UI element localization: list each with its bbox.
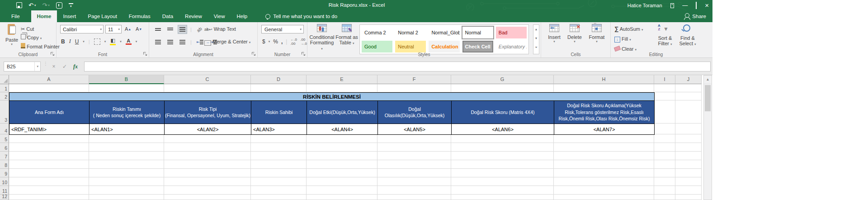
table-value-cell-F4[interactable]: <ALAN5> [378, 124, 452, 135]
grid-cell[interactable] [554, 160, 654, 169]
accounting-format-icon[interactable]: $ [262, 38, 265, 45]
grid-cell[interactable] [307, 186, 377, 195]
bottom-align-icon[interactable] [178, 25, 187, 33]
conditional-formatting-button[interactable]: ▮▮ ConditionalFormatting ▾ [309, 24, 335, 52]
grid-cell[interactable] [675, 195, 702, 200]
grid-cell[interactable] [451, 152, 554, 160]
find-select-button[interactable]: Find &Select ▾ [677, 24, 698, 47]
grid-cell[interactable] [377, 152, 451, 160]
grid-cell[interactable] [89, 195, 164, 200]
alignment-dialog-launcher-icon[interactable] [251, 52, 256, 56]
cell-style-normal-glob-[interactable]: Normal_Glob... [429, 27, 459, 38]
column-header-G[interactable]: G [451, 75, 554, 84]
orientation-icon[interactable]: ab [193, 24, 205, 35]
grid-cell[interactable] [251, 134, 307, 143]
grid-cell[interactable] [654, 169, 675, 177]
grid-cell[interactable] [89, 186, 164, 195]
paste-button[interactable]: Paste ▾ [4, 24, 20, 46]
grid-cell[interactable] [251, 84, 307, 92]
grid-cell[interactable] [654, 100, 675, 124]
tab-tell-me-what-you-want-to-do[interactable]: Tell me what you want to do [259, 10, 343, 22]
grow-font-icon[interactable]: A▲ [123, 25, 132, 33]
row-header-4[interactable]: 4 [0, 124, 9, 134]
table-header-cell-D3[interactable]: Riskin Sahibi [251, 101, 307, 124]
grid-cell[interactable] [89, 169, 164, 177]
row-header-8[interactable]: 8 [0, 160, 9, 169]
table-value-cell-B4[interactable]: <ALAN1> [90, 124, 165, 135]
grid-cell[interactable] [554, 169, 654, 177]
decrease-indent-icon[interactable]: ⇤ [195, 38, 205, 46]
grid-cell[interactable] [451, 134, 554, 143]
table-header-cell-G3[interactable]: Doğal Risk Skoru (Matris 4X4) [452, 101, 554, 124]
grid-cell[interactable] [675, 124, 702, 134]
wrap-text-button[interactable]: ab↩ Wrap Text [204, 26, 236, 32]
font-size-select[interactable]: 11▾ [105, 25, 122, 33]
font-color-icon[interactable]: A [126, 38, 132, 45]
name-box[interactable]: B25▾ [4, 62, 41, 71]
row-header-1[interactable]: 1 [0, 84, 9, 92]
bold-button[interactable]: B [61, 38, 65, 45]
tab-help[interactable]: Help [231, 10, 254, 22]
borders-icon[interactable] [94, 38, 100, 45]
grid-cell[interactable] [377, 177, 451, 186]
table-value-cell-A4[interactable]: <RDF_TANIMI> [9, 124, 90, 135]
comma-style-icon[interactable]: , [281, 38, 283, 45]
grid-cell[interactable] [377, 84, 451, 92]
grid-cell[interactable] [251, 186, 307, 195]
align-left-icon[interactable] [154, 38, 162, 46]
grid-cell[interactable] [675, 134, 702, 143]
grid-cell[interactable] [654, 186, 675, 195]
namebox-caret-icon[interactable]: ▾ [34, 62, 40, 71]
tab-page-layout[interactable]: Page Layout [82, 10, 123, 22]
underline-button[interactable]: U [75, 38, 79, 45]
grid-cell[interactable] [654, 152, 675, 160]
grid-cell[interactable] [675, 186, 702, 195]
grid-cell[interactable] [89, 160, 164, 169]
row-header-5[interactable]: 5 [0, 134, 9, 143]
row-header-7[interactable]: 7 [0, 152, 9, 160]
grid-cell[interactable] [554, 134, 654, 143]
grid-cell[interactable] [377, 195, 451, 200]
column-header-B[interactable]: B [89, 75, 164, 84]
underline-caret[interactable]: ▾ [83, 40, 85, 43]
format-painter-button[interactable]: Format Painter [21, 43, 60, 51]
grid-cell[interactable] [451, 169, 554, 177]
table-value-cell-D4[interactable]: <ALAN3> [251, 124, 307, 135]
grid-cell[interactable] [164, 169, 251, 177]
table-header-cell-C3[interactable]: Risk Tipi(Finansal, Opersayonel, Uyum, S… [165, 101, 251, 124]
cell-style-good[interactable]: Good [362, 41, 392, 52]
table-header-cell-A3[interactable]: Ana Form Adı [9, 101, 90, 124]
table-header-cell-B3[interactable]: Riskin Tanımı( Neden sonuç içerecek şeki… [90, 101, 165, 124]
grid-cell[interactable] [9, 84, 89, 92]
format-as-table-button[interactable]: ✎ Format asTable ▾ [335, 24, 358, 46]
table-header-cell-E3[interactable]: Doğal Etki(Düşük,Orta,Yüksek) [307, 101, 378, 124]
grid-cell[interactable] [554, 143, 654, 152]
tab-view[interactable]: View [208, 10, 231, 22]
grid-cell[interactable] [554, 84, 654, 92]
merge-center-button[interactable]: ↔ Merge & Center ▾ [204, 39, 250, 46]
grid-cell[interactable] [307, 84, 377, 92]
grid-cell[interactable] [451, 177, 554, 186]
grid-cell[interactable] [307, 195, 377, 200]
grid-cell[interactable] [164, 195, 251, 200]
grid-cell[interactable] [554, 186, 654, 195]
save-icon[interactable] [16, 2, 22, 8]
cell-style-normal[interactable]: Normal [462, 27, 493, 38]
grid-cell[interactable] [451, 160, 554, 169]
grid-cell[interactable] [377, 134, 451, 143]
redo-icon[interactable]: ↷▾ [42, 2, 49, 8]
grid-cell[interactable] [554, 195, 654, 200]
grid-cell[interactable] [251, 152, 307, 160]
ribbon-display-options-icon[interactable]: ⌃ [670, 2, 675, 8]
table-header-cell-H3[interactable]: Doğal Risk Skoru Açıklama(YüksekRisk,Tol… [554, 101, 655, 124]
grid-cell[interactable] [654, 143, 675, 152]
grid-cell[interactable] [451, 143, 554, 152]
tab-review[interactable]: Review [179, 10, 208, 22]
cell-style-normal-2[interactable]: Normal 2 [395, 27, 426, 38]
scroll-up-icon[interactable]: ▲ [704, 76, 712, 84]
font-family-select[interactable]: Calibri▾ [60, 25, 104, 33]
grid-cell[interactable] [654, 92, 675, 100]
middle-align-icon[interactable] [166, 25, 175, 33]
column-header-I[interactable]: I [654, 75, 675, 84]
grid-cell[interactable] [654, 177, 675, 186]
